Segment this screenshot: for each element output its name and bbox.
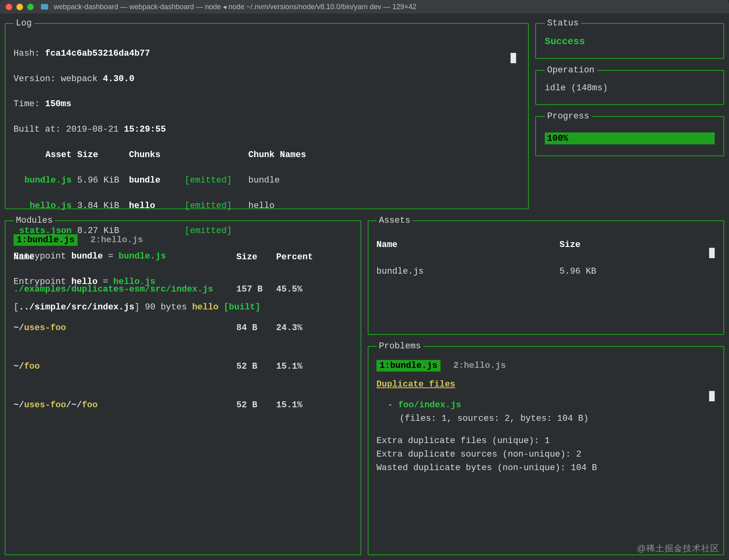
status-text: Success: [545, 36, 715, 47]
log-legend: Log: [14, 18, 34, 28]
problems-legend: Problems: [376, 341, 423, 351]
modules-tabs: 1:bundle.js 2:hello.js: [14, 234, 353, 246]
log-hash-label: Hash:: [14, 49, 40, 58]
log-asset-row: bundle.js5.96 KiBbundle[emitted]bundle: [14, 174, 520, 187]
modules-row: ~/uses-foo/~/foo 52 B 15.1%: [14, 400, 353, 410]
problems-extra: Extra duplicate files (unique): 1: [376, 434, 715, 448]
status-legend: Status: [545, 18, 581, 28]
log-hash: fca14c6ab53216da4b77: [45, 49, 150, 58]
maximize-icon[interactable]: [27, 4, 34, 10]
assets-panel: Assets Name Size bundle.js 5.96 KB: [368, 216, 724, 335]
progress-panel: Progress 100%: [535, 111, 724, 156]
status-panel: Status Success: [535, 18, 724, 59]
log-scrollbar[interactable]: [511, 53, 516, 63]
log-built-time: 15:29:55: [124, 124, 166, 134]
log-panel: Log Hash: fca14c6ab53216da4b77 Version: …: [5, 18, 529, 209]
problems-tab-hello[interactable]: 2:hello.js: [450, 360, 509, 371]
log-asset-row: hello.js3.84 KiBhello[emitted]hello: [14, 200, 520, 212]
problems-panel: Problems 1:bundle.js 2:hello.js Duplicat…: [368, 341, 724, 555]
modules-panel: Modules 1:bundle.js 2:hello.js Name Size…: [5, 216, 361, 555]
modules-tab-hello[interactable]: 2:hello.js: [87, 234, 146, 246]
problems-item: - foo/index.js: [376, 399, 715, 412]
minimize-icon[interactable]: [16, 4, 23, 10]
modules-row: ./examples/duplicates-esm/src/index.js 1…: [14, 284, 353, 294]
problems-tabs: 1:bundle.js 2:hello.js: [376, 360, 715, 371]
progress-bar: 100%: [545, 132, 715, 144]
log-time-label: Time:: [14, 99, 40, 109]
log-time: 150ms: [45, 99, 71, 109]
window-titlebar: webpack-dashboard — webpack-dashboard — …: [0, 0, 729, 14]
assets-scrollbar[interactable]: [709, 248, 715, 258]
modules-row: ~/foo 52 B 15.1%: [14, 362, 353, 371]
progress-legend: Progress: [545, 111, 592, 121]
operation-panel: Operation idle (148ms): [535, 65, 724, 105]
modules-legend: Modules: [14, 216, 55, 226]
problems-extra: Extra duplicate sources (non-unique): 2: [376, 448, 715, 461]
window-title: webpack-dashboard — webpack-dashboard — …: [54, 2, 417, 11]
modules-table-header: Name Size Percent: [14, 252, 353, 262]
folder-icon: [41, 4, 48, 10]
window-controls: [6, 4, 34, 10]
log-table-header: AssetSizeChunksChunk Names: [14, 149, 520, 161]
operation-text: idle (148ms): [545, 83, 715, 93]
assets-table-header: Name Size: [376, 240, 715, 250]
assets-row: bundle.js 5.96 KB: [376, 266, 715, 276]
log-version-label: Version: webpack: [14, 74, 97, 84]
problems-extra: Wasted duplicate bytes (non-unique): 104…: [376, 461, 715, 475]
modules-tab-bundle[interactable]: 1:bundle.js: [14, 234, 78, 246]
log-version: 4.30.0: [103, 74, 134, 84]
problems-item-detail: (files: 1, sources: 2, bytes: 104 B): [376, 412, 715, 426]
problems-dup-header: Duplicate files: [376, 378, 715, 391]
close-icon[interactable]: [6, 4, 12, 10]
problems-tab-bundle[interactable]: 1:bundle.js: [376, 360, 441, 371]
watermark: @稀土掘金技术社区: [637, 542, 719, 554]
log-built-label: Built at: 2019-08-21: [14, 124, 119, 134]
operation-legend: Operation: [545, 65, 597, 75]
assets-legend: Assets: [376, 216, 413, 226]
problems-scrollbar[interactable]: [709, 391, 715, 401]
modules-row: ~/uses-foo 84 B 24.3%: [14, 323, 353, 333]
